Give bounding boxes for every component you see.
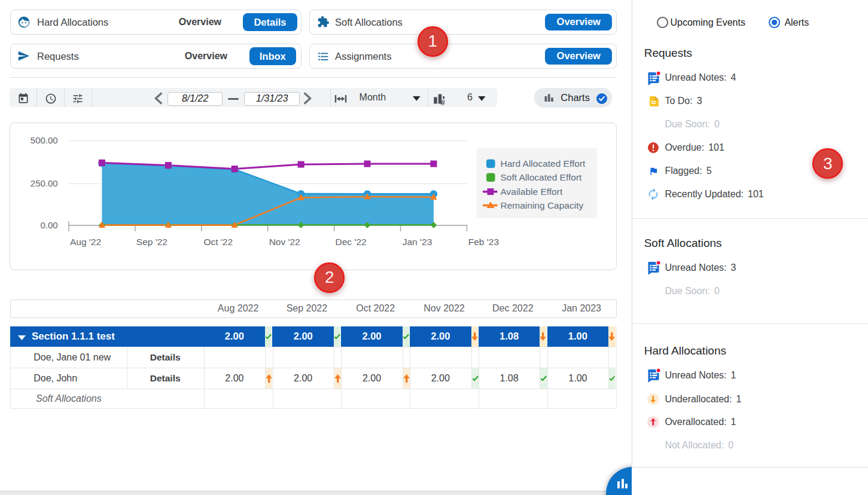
- svg-text:Soft Allocated Effort: Soft Allocated Effort: [500, 172, 582, 182]
- svg-text:0.00: 0.00: [40, 220, 57, 230]
- svg-text:500.00: 500.00: [30, 135, 57, 145]
- svg-text:Available Effort: Available Effort: [500, 187, 562, 197]
- svg-text:Oct '22: Oct '22: [203, 237, 233, 247]
- svg-text:Feb '23: Feb '23: [468, 237, 498, 247]
- svg-text:Sep '22: Sep '22: [136, 237, 167, 247]
- svg-text:Remaining Capacity: Remaining Capacity: [500, 200, 583, 210]
- svg-text:Hard Allocated Effort: Hard Allocated Effort: [500, 158, 586, 169]
- svg-text:#: #: [440, 98, 445, 106]
- svg-text:Aug '22: Aug '22: [70, 237, 101, 247]
- svg-text:250.00: 250.00: [30, 178, 57, 188]
- svg-text:Nov '22: Nov '22: [269, 237, 300, 247]
- svg-text:Jan '23: Jan '23: [402, 237, 432, 247]
- svg-text:Dec '22: Dec '22: [335, 237, 366, 247]
